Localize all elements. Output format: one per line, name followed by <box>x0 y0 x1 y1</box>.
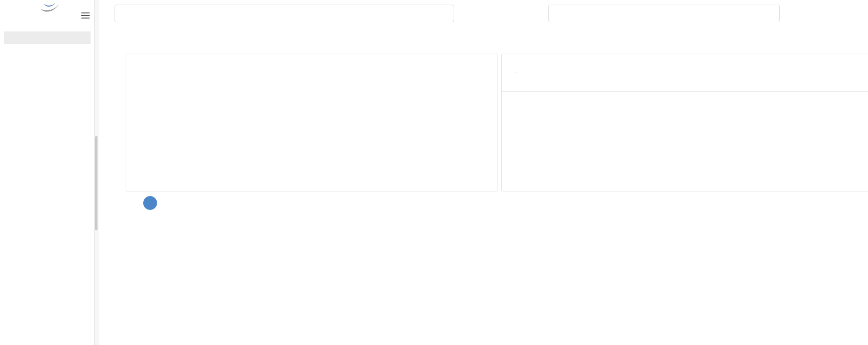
sidebar <box>0 0 94 345</box>
search-icon <box>121 10 128 17</box>
pii-table-header <box>502 91 868 92</box>
calendar-icon <box>555 10 563 18</box>
panel-view-toggle-icon[interactable] <box>486 59 493 66</box>
sidebar-scrollbar-thumb[interactable] <box>95 136 97 230</box>
menu-toggle-button[interactable] <box>80 11 91 19</box>
add-exclusion-button[interactable] <box>143 196 157 210</box>
app-root <box>0 0 868 345</box>
panel-view-toggle-icon[interactable] <box>858 59 866 66</box>
info-icon[interactable] <box>137 58 144 65</box>
pii-chart-panel-title-row <box>134 58 144 65</box>
exclusions-heading-row <box>128 196 157 210</box>
pii-table-panel-title-row <box>509 58 520 65</box>
logo-swoosh-icon <box>39 2 60 11</box>
page-settings-gear-icon[interactable] <box>134 27 142 35</box>
sidebar-nav <box>0 46 94 54</box>
sidebar-search-input[interactable] <box>4 31 91 44</box>
date-range-picker[interactable] <box>548 5 780 22</box>
info-icon[interactable] <box>513 58 520 65</box>
page-heading <box>128 27 142 35</box>
global-search <box>115 5 454 22</box>
group-by-control <box>509 72 516 73</box>
pii-table-panel <box>501 54 868 191</box>
bar-chart-plot <box>166 105 481 173</box>
pii-chart-panel <box>126 54 498 191</box>
global-search-input[interactable] <box>133 9 448 18</box>
sidebar-scrollbar[interactable] <box>94 0 98 345</box>
